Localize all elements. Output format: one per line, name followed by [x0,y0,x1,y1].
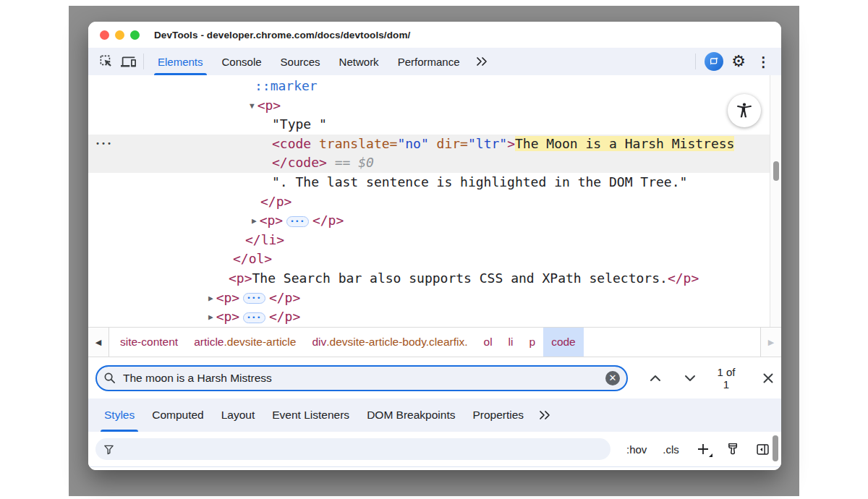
ai-assistant-icon [705,52,723,71]
crumb-part: ol [484,336,493,349]
maximize-button[interactable] [130,30,140,40]
dom-tree-row[interactable]: ::marker [88,77,770,96]
ai-assistant-button[interactable] [703,51,725,72]
tab-styles[interactable]: Styles [95,398,143,432]
tab-layout[interactable]: Layout [213,398,264,432]
breadcrumb-scroll-left-button[interactable]: ◀ [88,328,109,357]
tab-properties[interactable]: Properties [464,398,532,432]
accessibility-icon [735,101,754,120]
code-segment-attr: translate= [311,136,397,151]
search-icon [103,372,116,384]
code-segment-hl: The Moon is a Harsh Mistress [515,136,734,151]
breadcrumb-scroll-right-button[interactable]: ▶ [760,328,781,357]
crumb-part: li [509,336,514,349]
breadcrumb-item[interactable]: ol [476,328,501,357]
window-controls [100,30,140,40]
code-segment-tag: </p> [668,270,699,286]
dom-tree-row[interactable]: ▶<p>•••</p> [88,307,770,327]
tab-event-listeners[interactable]: Event Listeners [263,398,358,432]
breadcrumb-item[interactable]: div.devsite-article-body.clearfix. [304,328,475,357]
code-segment-tag: </ol> [233,251,272,266]
breadcrumb-item[interactable]: article.devsite-article [186,328,304,357]
breadcrumb-item[interactable]: code [543,328,584,357]
tab-computed[interactable]: Computed [143,398,213,432]
expand-children-button[interactable]: ••• [243,293,265,304]
dom-search-bar: ✕ 1 of 1 [88,357,781,398]
dom-tree-row[interactable]: </li> [88,231,770,250]
toolbar-right-actions: ⚙ ⋮ [691,51,774,72]
inspect-button[interactable] [95,51,117,72]
tab-elements[interactable]: Elements [148,48,213,75]
toggle-sidebar-button[interactable] [755,442,770,457]
expand-children-button[interactable]: ••• [243,312,265,323]
chevron-right-icon: ▶ [768,338,774,347]
chevron-up-icon [650,375,661,382]
element-classes-button[interactable]: .cls [663,443,679,456]
breadcrumb-item[interactable]: li [501,328,522,357]
code-segment-tri[interactable]: ▶ [208,312,216,322]
close-button[interactable] [100,30,109,40]
dom-scrollbar-thumb[interactable] [773,161,779,181]
more-styles-tabs-button[interactable] [532,398,557,432]
code-segment-tag: <code [272,136,311,151]
styles-filter-input[interactable] [120,443,603,456]
filter-funnel-icon [103,444,114,455]
clear-search-button[interactable]: ✕ [605,371,620,385]
crumb-part: div [312,336,326,349]
code-segment-tri[interactable]: ▼ [250,101,258,111]
tab-dom-breakpoints[interactable]: DOM Breakpoints [358,398,464,432]
more-panels-button[interactable] [469,56,494,67]
tab-console[interactable]: Console [213,48,271,75]
search-input[interactable] [122,371,605,385]
pane-scrollbar-thumb[interactable] [773,435,778,461]
dom-tree-row[interactable]: ▼<p> [88,96,770,116]
breadcrumb-item[interactable]: p [522,328,544,357]
code-segment-tri[interactable]: ▶ [208,294,216,303]
dom-tree-row[interactable]: <p>The Search bar also supports CSS and … [88,269,770,289]
settings-button[interactable]: ⚙ [728,51,749,72]
tab-network[interactable]: Network [330,48,388,75]
code-segment-attr: dir= [429,136,468,151]
search-field[interactable]: ✕ [95,365,628,391]
dom-tree-row[interactable]: ▶<p>•••</p> [88,211,770,231]
toolbar-divider [143,54,144,69]
dom-tree-lines: ::marker▼<p>"Type "•••<code translate="n… [88,77,770,327]
tab-performance[interactable]: Performance [388,48,469,75]
window-titlebar: DevTools - developer.chrome.com/docs/dev… [88,22,781,48]
dom-tree-row[interactable]: </p> [88,192,770,212]
crumb-part: p [529,336,536,349]
close-search-button[interactable] [762,372,774,384]
dom-tree-row[interactable]: •••<code translate="no" dir="ltr">The Mo… [88,135,770,154]
new-style-rule-button[interactable] [695,441,711,457]
device-toolbar-button[interactable] [117,51,139,72]
code-segment-text: The Search bar also supports CSS and XPa… [252,270,668,286]
minimize-button[interactable] [115,30,124,40]
chevron-left-icon: ◀ [95,338,101,347]
tab-sources[interactable]: Sources [271,48,330,75]
devtools-window: DevTools - developer.chrome.com/docs/dev… [88,22,781,470]
dom-tree-row[interactable]: </code> == $0 [88,153,770,173]
toggle-element-state-button[interactable]: :hov [626,443,647,456]
rendering-emulation-button[interactable] [726,442,741,457]
close-icon [762,372,774,384]
accessibility-floating-button[interactable] [728,94,761,127]
code-segment-dim: == [327,155,358,170]
dom-tree-row[interactable]: ". The last sentence is highlighted in t… [88,173,770,192]
dom-scrollbar[interactable] [770,75,781,327]
brush-icon [726,442,741,457]
code-segment-tri[interactable]: ▶ [252,216,260,226]
next-match-button[interactable] [684,375,696,382]
row-actions-ellipsis[interactable]: ••• [95,135,113,154]
expand-children-button[interactable]: ••• [286,216,309,227]
breadcrumb-item[interactable]: site-content [112,328,186,357]
previous-match-button[interactable] [650,375,661,382]
styles-filter-field[interactable] [95,438,610,460]
inspect-icon [99,54,114,69]
dom-tree-row[interactable]: ▶<p>•••</p> [88,289,770,308]
crumb-part: code [551,336,576,349]
dom-tree-row[interactable]: </ol> [88,250,770,269]
dom-tree-row[interactable]: "Type " [88,115,770,135]
more-options-button[interactable]: ⋮ [752,51,774,72]
elements-dom-tree: ::marker▼<p>"Type "•••<code translate="n… [88,75,781,327]
code-segment-pseudo: ::marker [255,78,318,93]
